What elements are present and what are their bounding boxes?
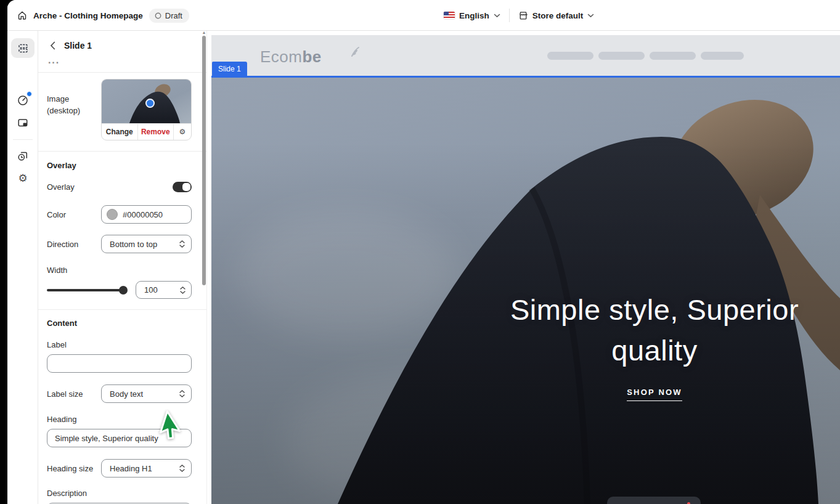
topbar-divider [509,9,510,22]
section-selection-line [211,76,840,78]
divider [38,72,206,73]
nav-placeholder [650,52,696,60]
color-label: Color [47,210,101,219]
label-size-label: Label size [47,389,101,399]
image-field-label-2: (desktop) [47,106,101,115]
logo-leaf-icon [350,43,360,62]
image-field-label: Image [47,94,101,104]
overlay-section-heading: Overlay [47,161,192,170]
settings-gear-icon: ⚙ [18,172,27,184]
store-icon [518,10,528,20]
sidebar-item-pages[interactable] [11,115,35,131]
select-arrows-icon [179,240,185,248]
pages-icon [17,117,29,129]
store-logo: Ecombe [260,47,322,67]
direction-select[interactable]: Bottom to top [101,235,192,253]
image-settings-button[interactable]: ⚙ [173,124,191,140]
content-section-heading: Content [47,319,192,328]
image-media-card: Change Remove ⚙ [101,79,192,140]
width-label: Width [47,266,192,275]
sidebar-item-apps[interactable] [11,148,35,164]
icon-sidebar: ⚙ [7,31,38,504]
chevron-down-icon [494,14,500,18]
overlay-toggle[interactable] [173,182,192,192]
status-badge: Draft [149,9,189,23]
color-input[interactable]: #00000050 [101,205,192,224]
panel-title: Slide 1 [64,41,92,51]
page-title: Arche - Clothing Homepage [33,11,143,20]
heading-size-select[interactable]: Heading H1 [101,459,192,478]
gear-icon: ⚙ [179,128,186,136]
us-flag-icon [444,12,455,19]
mouse-cursor-icon [158,410,190,445]
scrollbar-up-arrow[interactable]: ▲ [202,30,206,35]
notification-dot [27,91,32,97]
select-arrows-icon [179,390,185,397]
image-thumbnail[interactable] [102,79,191,123]
label-input[interactable] [47,354,192,373]
direction-label: Direction [47,240,101,249]
width-slider[interactable] [47,286,126,295]
nav-placeholder [701,52,744,60]
chevron-left-icon [50,41,55,50]
panel-menu-button[interactable]: ··· [47,51,192,72]
draft-circle-icon [155,12,161,19]
back-button[interactable] [47,40,58,51]
overlay-toggle-label: Overlay [47,182,75,192]
heading-size-label: Heading size [47,464,101,473]
sidebar-item-sections[interactable] [11,38,35,58]
divider [38,309,206,310]
shop-now-link[interactable]: SHOP NOW [627,388,682,401]
hero-heading: Simple style, Superior quality [482,290,827,371]
home-icon[interactable] [17,10,27,20]
change-image-button[interactable]: Change [102,124,137,140]
stepper-arrows-icon[interactable] [180,287,186,294]
preview-header: Ecombe [211,35,840,76]
slide-section-tag[interactable]: Slide 1 [212,62,247,76]
nav-placeholder [598,52,645,60]
chevron-down-icon [587,14,594,18]
topbar: Arche - Clothing Homepage Draft English … [7,0,840,31]
store-selector[interactable]: Store default [518,10,595,20]
width-number-input[interactable] [136,281,192,299]
sections-icon [17,43,29,54]
label-size-select[interactable]: Body text [101,384,192,403]
slider-knob[interactable] [119,286,128,295]
remove-image-button[interactable]: Remove [137,124,174,140]
sidebar-divider [13,139,33,140]
description-field-label: Description [47,489,192,498]
screenshot-stage: Arche - Clothing Homepage Draft English … [0,0,840,504]
nav-placeholder [547,52,593,60]
hero-copy: Simple style, Superior quality SHOP NOW [482,290,827,401]
width-value-field[interactable] [144,285,169,295]
select-arrows-icon [179,465,185,472]
scrollbar-thumb[interactable] [202,36,206,285]
app-window: Arche - Clothing Homepage Draft English … [7,0,840,504]
label-field-label: Label [47,340,192,349]
color-swatch [107,209,118,220]
language-selector[interactable]: English [444,11,500,20]
divider [38,151,206,152]
hero-slideshow-section[interactable]: Simple style, Superior quality SHOP NOW [211,78,840,504]
focal-point-dot[interactable] [145,99,155,108]
sidebar-item-settings[interactable]: ⚙ [11,170,35,186]
apps-icon [17,150,29,162]
